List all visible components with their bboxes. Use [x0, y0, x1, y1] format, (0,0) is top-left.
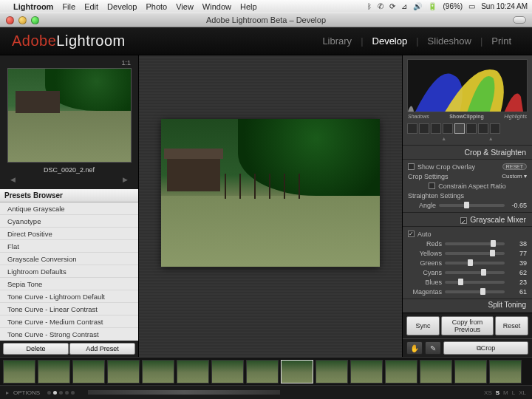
delete-preset-button[interactable]: Delete [3, 343, 69, 355]
menu-window[interactable]: Window [202, 2, 231, 11]
preset-item[interactable]: Cyanotype [0, 215, 138, 228]
highlights-label[interactable]: Highlights [504, 114, 527, 119]
filmstrip-thumb[interactable] [281, 360, 313, 383]
magentas-slider[interactable] [445, 290, 505, 293]
filmstrip-thumb[interactable] [454, 360, 487, 383]
cyans-slider[interactable] [445, 271, 505, 274]
white-balance-tool-icon[interactable]: ✎ [425, 341, 441, 355]
crop-reset-button[interactable]: RESET [502, 163, 527, 170]
angle-slider[interactable] [439, 204, 505, 207]
clock[interactable]: Sun 10:24 AM [481, 2, 528, 10]
greens-slider[interactable] [445, 262, 505, 265]
hand-tool-icon[interactable]: ✋ [406, 341, 423, 355]
flag-icon[interactable]: ▭ [468, 2, 475, 10]
constrain-aspect-label: Constrain Aspect Ratio [438, 183, 506, 190]
filmstrip-thumb[interactable] [107, 360, 140, 383]
grayscale-mixer-checkbox[interactable] [460, 217, 467, 224]
options-disclosure-icon[interactable]: ▸ [6, 389, 9, 396]
preset-item[interactable]: Direct Positive [0, 228, 138, 240]
options-bar: ▸ OPTIONS XS S M L XL [0, 385, 532, 399]
filmstrip-thumb[interactable] [211, 360, 244, 383]
blues-slider[interactable] [445, 281, 505, 284]
size-m[interactable]: M [503, 389, 508, 396]
preset-item[interactable]: Tone Curve - Strong Contrast [0, 328, 138, 341]
reset-button[interactable]: Reset [495, 316, 528, 335]
sync-icon[interactable]: ⟳ [389, 2, 395, 10]
main-photo[interactable] [161, 119, 380, 267]
menu-photo[interactable]: Photo [146, 2, 167, 11]
greens-value: 39 [508, 259, 527, 267]
options-label: OPTIONS [13, 389, 40, 396]
copy-previous-button[interactable]: Copy from Previous [441, 316, 494, 335]
histogram[interactable] [407, 59, 528, 112]
preset-item[interactable]: Antique Grayscale [0, 202, 138, 215]
filmstrip-thumb[interactable] [385, 360, 417, 383]
bluetooth-icon[interactable]: ᛒ [367, 2, 372, 10]
presets-list[interactable]: Antique Grayscale Cyanotype Direct Posit… [0, 202, 138, 341]
grayscale-mixer-header[interactable]: Grayscale Mixer [403, 212, 532, 227]
wifi-icon[interactable]: ⊿ [401, 2, 407, 10]
battery-icon[interactable]: 🔋 [428, 2, 437, 10]
shadows-label[interactable]: Shadows [408, 114, 429, 119]
preset-item[interactable]: Tone Curve - Linear Contrast [0, 303, 138, 316]
filmstrip-thumb[interactable] [38, 360, 70, 383]
filmstrip-thumb[interactable] [489, 360, 522, 383]
size-s[interactable]: S [496, 389, 499, 396]
show-clipping-label[interactable]: ShowClipping [449, 114, 484, 119]
tone-curve-strip[interactable] [407, 121, 528, 136]
size-xs[interactable]: XS [484, 389, 492, 396]
filmstrip-thumb[interactable] [316, 360, 348, 383]
filmstrip-thumb[interactable] [177, 360, 209, 383]
constrain-aspect-checkbox[interactable] [429, 183, 435, 189]
navigator-preview[interactable] [7, 68, 132, 163]
module-develop[interactable]: Develop [364, 35, 417, 47]
filmstrip-thumb[interactable] [142, 360, 174, 383]
app-menu[interactable]: Lightroom [13, 2, 53, 11]
preset-item[interactable]: Sepia Tone [0, 278, 138, 290]
module-print[interactable]: Print [482, 35, 520, 47]
toolbar-pill-icon[interactable] [513, 16, 526, 24]
module-slideshow[interactable]: Slideshow [419, 35, 480, 47]
crop-section-header[interactable]: Crop & Straighten [403, 145, 532, 160]
menu-develop[interactable]: Develop [107, 2, 137, 11]
view-mode-dots[interactable] [47, 391, 75, 395]
preset-item[interactable]: Flat [0, 240, 138, 253]
blues-label: Blues [408, 279, 442, 286]
yellows-slider[interactable] [445, 252, 505, 255]
module-library[interactable]: Library [313, 35, 361, 47]
crop-settings-dropdown[interactable]: Custom ▾ [502, 173, 527, 180]
zoom-ratio[interactable]: 1:1 [7, 59, 131, 68]
preset-item[interactable]: Lightroom Defaults [0, 265, 138, 278]
split-toning-header[interactable]: Split Toning [403, 299, 532, 309]
size-xl[interactable]: XL [519, 389, 526, 396]
next-photo-icon[interactable]: ▶ [123, 176, 128, 183]
crop-tool-button[interactable]: ⧉ Crop [443, 341, 528, 355]
yellows-value: 77 [508, 250, 527, 257]
filmstrip-thumb[interactable] [246, 360, 279, 383]
sync-button[interactable]: Sync [406, 316, 440, 335]
preset-item[interactable]: Tone Curve - Lightroom Default [0, 290, 138, 303]
preset-item[interactable]: Grayscale Conversion [0, 253, 138, 265]
filmstrip-thumb[interactable] [72, 360, 105, 383]
menu-file[interactable]: File [62, 2, 75, 11]
filmstrip-scrollbar[interactable] [88, 390, 280, 395]
show-crop-overlay-checkbox[interactable] [408, 163, 415, 170]
reds-slider[interactable] [445, 242, 505, 245]
filmstrip-thumb[interactable] [3, 360, 35, 383]
filmstrip[interactable] [0, 357, 532, 385]
center-canvas[interactable] [139, 55, 402, 357]
menu-view[interactable]: View [176, 2, 194, 11]
auto-checkbox[interactable] [408, 231, 415, 237]
add-preset-button[interactable]: Add Preset [69, 343, 135, 355]
filmstrip-thumb[interactable] [350, 360, 383, 383]
preset-item[interactable]: Tone Curve - Medium Contrast [0, 316, 138, 328]
filmstrip-thumb[interactable] [420, 360, 452, 383]
app-body: 1:1 DSC_0020_2.nef ◀ ▶ Presets Browser A… [0, 55, 532, 357]
logo: AdobeLightroom [12, 33, 126, 50]
menu-edit[interactable]: Edit [84, 2, 98, 11]
prev-photo-icon[interactable]: ◀ [10, 176, 16, 183]
phone-icon[interactable]: ✆ [378, 2, 383, 10]
volume-icon[interactable]: 🔊 [413, 2, 422, 10]
size-l[interactable]: L [512, 389, 515, 396]
menu-help[interactable]: Help [240, 2, 257, 11]
